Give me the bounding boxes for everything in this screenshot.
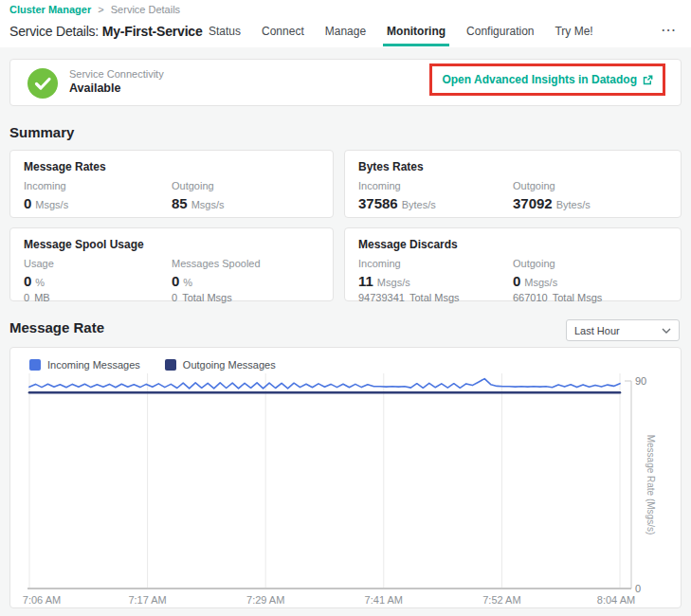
metric-value: 0 (24, 273, 31, 289)
message-rate-chart-card: Incoming Messages Outgoing Messages 7:06… (9, 347, 682, 608)
breadcrumb-service-details: Service Details (111, 4, 180, 15)
time-range-value: Last Hour (574, 325, 620, 336)
metric-outgoing: Outgoing 37092Bytes/s (513, 180, 667, 211)
metric-messages-spooled: Messages Spooled 0% 0Total Msgs (172, 258, 319, 303)
metric-incoming: Incoming 37586Bytes/s (358, 180, 513, 211)
summary-heading: Summary (9, 124, 74, 140)
metric-value: 85 (172, 195, 188, 211)
metric-value: 37586 (358, 195, 398, 211)
svg-text:90: 90 (635, 375, 646, 387)
message-rates-card: Message Rates Incoming 0Msgs/s Outgoing … (9, 150, 334, 218)
breadcrumb-separator: > (98, 4, 103, 15)
svg-text:7:52 AM: 7:52 AM (482, 594, 520, 606)
overflow-menu-icon[interactable]: ⋯ (661, 21, 676, 39)
message-rate-chart: 7:06 AM7:17 AM7:29 AM7:41 AM7:52 AM8:04 … (10, 348, 681, 607)
tab-status[interactable]: Status (209, 25, 241, 38)
metric-subtext: 94739341Total Msgs (358, 292, 513, 303)
metric-subtext: 667010Total Msgs (513, 292, 667, 303)
message-spool-usage-card: Message Spool Usage Usage 0% 0MB Message… (9, 227, 334, 301)
svg-text:7:17 AM: 7:17 AM (128, 594, 166, 606)
tab-manage[interactable]: Manage (325, 25, 366, 38)
tab-monitoring[interactable]: Monitoring (387, 25, 446, 38)
card-title: Message Rates (24, 160, 319, 173)
bytes-rates-card: Bytes Rates Incoming 37586Bytes/s Outgoi… (344, 150, 682, 218)
card-title: Bytes Rates (358, 160, 667, 173)
breadcrumb-cluster-manager[interactable]: Cluster Manager (9, 4, 91, 15)
message-rate-heading: Message Rate (9, 319, 104, 335)
metric-unit: % (183, 277, 192, 288)
card-title: Message Spool Usage (24, 238, 319, 251)
connectivity-status: Available (69, 82, 120, 95)
svg-text:0: 0 (635, 583, 641, 594)
open-datadog-link-label: Open Advanced Insights in Datadog (442, 73, 637, 86)
message-discards-card: Message Discards Incoming 11Msgs/s 94739… (344, 227, 682, 301)
metric-outgoing: Outgoing 85Msgs/s (172, 180, 319, 211)
chevron-down-icon (662, 328, 671, 334)
metric-unit: Bytes/s (402, 199, 436, 210)
metric-usage: Usage 0% 0MB (24, 258, 172, 303)
svg-text:7:29 AM: 7:29 AM (246, 594, 284, 606)
metric-incoming: Incoming 0Msgs/s (24, 180, 172, 211)
breadcrumb: Cluster Manager > Service Details (9, 4, 180, 15)
service-name: My-First-Service (102, 24, 203, 39)
page-title-prefix: Service Details: (9, 24, 99, 39)
metric-value: 37092 (513, 195, 553, 211)
tab-try-me[interactable]: Try Me! (555, 25, 592, 38)
svg-text:7:06 AM: 7:06 AM (23, 594, 61, 606)
metric-value: 0 (24, 195, 31, 211)
annotation-highlight-box: Open Advanced Insights in Datadog (429, 63, 665, 96)
metric-incoming: Incoming 11Msgs/s 94739341Total Msgs (358, 258, 513, 303)
metric-value: 11 (358, 273, 373, 289)
svg-text:7:41 AM: 7:41 AM (365, 594, 403, 606)
tab-bar: Status Connect Manage Monitoring Configu… (209, 25, 593, 38)
svg-text:Message Rate (Msgs/s): Message Rate (Msgs/s) (646, 435, 656, 535)
metric-subtext: 0Total Msgs (172, 292, 319, 303)
svg-text:8:04 AM: 8:04 AM (597, 594, 635, 606)
top-bar: Cluster Manager > Service Details Servic… (0, 0, 691, 47)
connectivity-label: Service Connectivity (69, 68, 164, 80)
time-range-select[interactable]: Last Hour (566, 319, 680, 341)
metric-unit: Bytes/s (556, 199, 591, 210)
service-details-page: Cluster Manager > Service Details Servic… (0, 0, 691, 616)
tab-configuration[interactable]: Configuration (466, 25, 534, 38)
card-title: Message Discards (358, 238, 667, 251)
open-datadog-link[interactable]: Open Advanced Insights in Datadog (442, 73, 653, 86)
metric-value: 0 (513, 273, 520, 289)
tab-connect[interactable]: Connect (262, 25, 304, 38)
metric-unit: Msgs/s (35, 199, 68, 210)
metric-unit: % (35, 277, 45, 288)
service-connectivity-card: Service Connectivity Available Open Adva… (9, 59, 682, 106)
metric-subtext: 0MB (24, 292, 172, 303)
page-title: Service Details: My-First-Service (9, 24, 203, 39)
metric-outgoing: Outgoing 0Msgs/s 667010Total Msgs (513, 258, 667, 303)
metric-unit: Msgs/s (524, 277, 557, 288)
metric-unit: Msgs/s (377, 277, 410, 288)
metric-unit: Msgs/s (191, 199, 225, 210)
check-circle-icon (27, 68, 58, 99)
metric-value: 0 (172, 273, 179, 289)
external-link-icon (643, 75, 653, 85)
